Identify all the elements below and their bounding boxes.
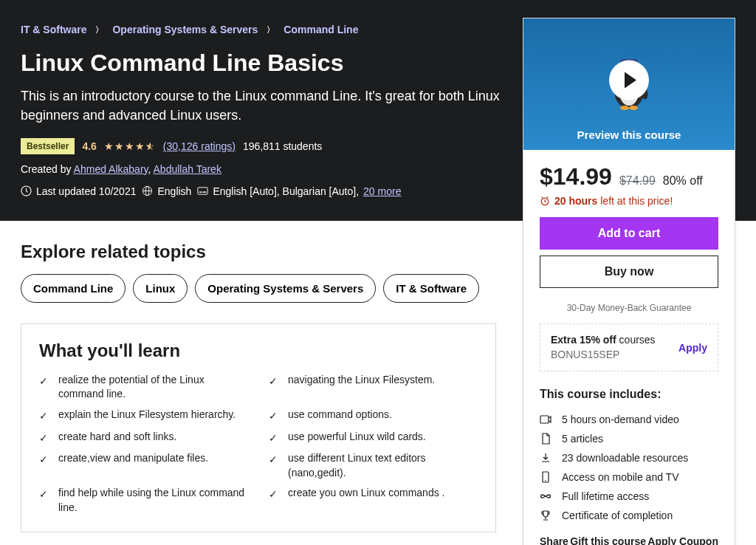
check-icon: ✓ (269, 409, 278, 424)
star-icons: ★★★★☆★ (104, 140, 156, 152)
video-icon (540, 414, 551, 425)
play-icon (625, 72, 636, 89)
breadcrumb-link[interactable]: Operating Systems & Servers (112, 24, 258, 35)
learn-item: ✓realize the potential of the Linux comm… (39, 373, 248, 402)
breadcrumb-link[interactable]: IT & Software (21, 24, 86, 35)
created-by-label: Created by (21, 163, 74, 175)
apply-coupon-link[interactable]: Apply (678, 342, 707, 354)
include-item: Access on mobile and TV (540, 467, 718, 487)
learn-item: ✓use different Linux text editors (nano,… (269, 451, 478, 480)
urgency-message: 20 hours left at this price! (540, 195, 718, 207)
purchase-sidebar: Preview this course $14.99 $74.99 80% of… (523, 18, 735, 545)
learn-title: What you'll learn (39, 340, 478, 361)
check-icon: ✓ (269, 453, 278, 480)
explore-title: Explore related topics (21, 241, 496, 262)
include-item: 5 hours on-demand video (540, 410, 718, 429)
topic-pill[interactable]: Operating Systems & Servers (195, 274, 376, 303)
rating-row: Bestseller 4.6 ★★★★☆★ (30,126 ratings) 1… (21, 138, 523, 154)
play-button[interactable] (609, 61, 649, 100)
learn-item: ✓navigating the Linux Filesystem. (269, 373, 478, 402)
topic-pill[interactable]: Command Line (21, 274, 126, 303)
include-item: 23 downloadable resources (540, 448, 718, 467)
check-icon: ✓ (39, 487, 48, 515)
course-title: Linux Command Line Basics (21, 49, 523, 77)
learn-item: ✓explain the Linux Filesystem hierarchy. (39, 408, 248, 424)
breadcrumb-link[interactable]: Command Line (284, 24, 358, 35)
topic-pill[interactable]: Linux (133, 274, 188, 303)
topic-pills: Command Line Linux Operating Systems & S… (21, 274, 496, 303)
creators: Created by Ahmed Alkabary, Abdullah Tare… (21, 163, 523, 175)
breadcrumb: IT & Software 〉 Operating Systems & Serv… (21, 24, 523, 35)
bestseller-badge: Bestseller (21, 138, 75, 154)
svg-point-19 (629, 106, 638, 110)
globe-icon (142, 185, 153, 196)
chevron-right-icon: 〉 (95, 24, 103, 35)
price: $14.99 (540, 163, 612, 191)
learn-item: ✓find help while using the Linux command… (39, 486, 248, 515)
captions-icon (197, 185, 208, 196)
author-link[interactable]: Ahmed Alkabary (74, 163, 148, 175)
apply-coupon-action[interactable]: Apply Coupon (647, 535, 718, 545)
learn-item: ✓create,view and manipulate files. (39, 451, 248, 480)
author-link[interactable]: Abdullah Tarek (154, 163, 221, 175)
topic-pill[interactable]: IT & Software (383, 274, 479, 303)
chevron-right-icon: 〉 (267, 24, 275, 35)
what-youll-learn: What you'll learn ✓realize the potential… (21, 323, 496, 532)
svg-rect-6 (203, 192, 207, 193)
language: English (157, 185, 191, 197)
last-updated: Last updated 10/2021 (36, 185, 136, 197)
gift-link[interactable]: Gift this course (570, 535, 646, 545)
include-item: Full lifetime access (540, 487, 718, 506)
learn-item: ✓create hard and soft links. (39, 430, 248, 446)
includes-list: 5 hours on-demand video 5 articles 23 do… (540, 410, 718, 525)
infinity-icon (540, 490, 551, 502)
preview-area[interactable]: Preview this course (523, 18, 735, 150)
ratings-count-link[interactable]: (30,126 ratings) (163, 140, 236, 152)
badge-icon (21, 185, 32, 196)
students-count: 196,811 students (243, 140, 322, 152)
article-icon (540, 433, 551, 445)
learn-item: ✓use powerful Linux wild cards. (269, 430, 478, 446)
check-icon: ✓ (39, 409, 48, 424)
svg-rect-5 (199, 192, 202, 193)
svg-point-18 (620, 106, 629, 110)
alarm-icon (540, 196, 550, 206)
download-icon (540, 452, 551, 464)
coupon-box: Extra 15% off courses BONUS15SEP Apply (540, 323, 718, 371)
includes-title: This course includes: (540, 388, 718, 401)
course-subtitle: This is an introductory course to the Li… (21, 87, 523, 124)
check-icon: ✓ (269, 431, 278, 446)
check-icon: ✓ (39, 431, 48, 446)
include-item: Certificate of completion (540, 506, 718, 525)
check-icon: ✓ (269, 487, 278, 515)
course-info-row: Last updated 10/2021 English English [Au… (21, 185, 523, 197)
svg-rect-4 (198, 188, 207, 194)
more-captions-link[interactable]: 20 more (363, 185, 401, 197)
original-price: $74.99 (619, 174, 656, 188)
trophy-icon (540, 510, 551, 521)
check-icon: ✓ (269, 374, 278, 402)
check-icon: ✓ (39, 374, 48, 402)
guarantee-text: 30-Day Money-Back Guarantee (540, 303, 718, 313)
learn-item: ✓use command options. (269, 408, 478, 424)
share-link[interactable]: Share (540, 535, 568, 545)
learn-item: ✓create you own Linux commands . (269, 486, 478, 515)
add-to-cart-button[interactable]: Add to cart (540, 217, 718, 250)
coupon-code: BONUS15SEP (551, 349, 619, 360)
buy-now-button[interactable]: Buy now (540, 256, 718, 288)
discount-percent: 80% off (663, 174, 703, 188)
mobile-icon (540, 471, 551, 483)
captions-text: English [Auto], Bulgarian [Auto], (213, 185, 359, 197)
preview-label: Preview this course (577, 128, 681, 141)
svg-rect-21 (540, 416, 549, 423)
check-icon: ✓ (39, 453, 48, 480)
rating-value: 4.6 (82, 140, 96, 152)
include-item: 5 articles (540, 429, 718, 448)
